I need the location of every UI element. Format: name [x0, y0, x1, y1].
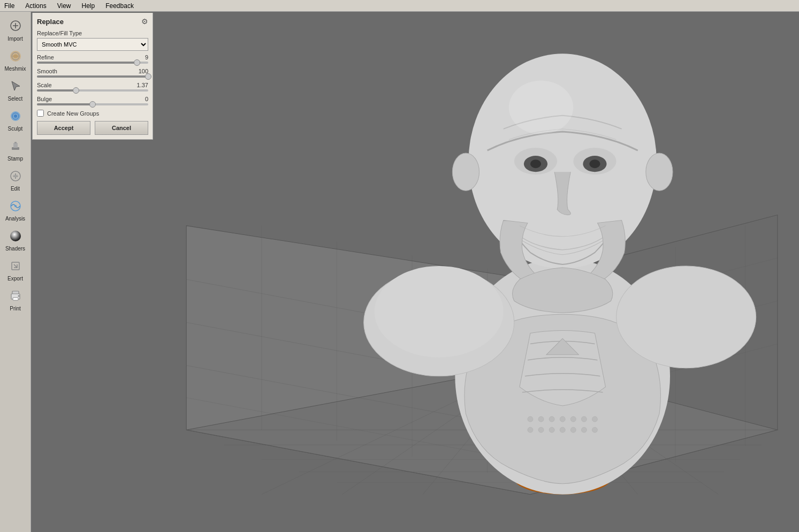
menu-help[interactable]: Help [80, 2, 97, 10]
button-row: Accept Cancel [37, 121, 148, 135]
create-groups-label[interactable]: Create New Groups [47, 110, 99, 117]
svg-point-58 [530, 159, 541, 168]
meshmix-label: Meshmix [4, 66, 26, 72]
select-label: Select [8, 96, 23, 102]
sculpt-icon [6, 107, 25, 125]
shaders-icon [6, 227, 25, 245]
svg-point-73 [538, 427, 544, 432]
svg-point-72 [528, 427, 533, 432]
svg-point-13 [14, 205, 17, 207]
meshmix-icon [6, 47, 25, 65]
accept-button[interactable]: Accept [37, 121, 90, 135]
tool-stamp[interactable]: Stamp [2, 135, 29, 164]
shaders-label: Shaders [5, 246, 25, 252]
svg-point-78 [592, 427, 597, 432]
edit-icon [6, 167, 25, 185]
svg-point-14 [10, 231, 21, 241]
create-groups-row: Create New Groups [37, 110, 148, 117]
refine-value: 9 [132, 54, 148, 60]
panel-area: Replace ⚙ Replace/Fill Type Smooth MVC F… [31, 12, 154, 532]
bulge-slider-container: Bulge 0 [37, 96, 148, 105]
tool-meshmix[interactable]: Meshmix [2, 45, 29, 74]
svg-point-79 [509, 81, 574, 134]
tool-import[interactable]: Import [2, 15, 29, 44]
bulge-fill [37, 103, 93, 105]
svg-point-67 [549, 416, 554, 422]
svg-point-69 [570, 416, 576, 422]
sculpt-label: Sculpt [8, 126, 23, 132]
svg-point-76 [570, 427, 576, 432]
import-icon [6, 17, 25, 35]
tool-print[interactable]: Print [2, 285, 29, 314]
menu-feedback[interactable]: Feedback [103, 2, 136, 10]
analysis-icon [6, 197, 25, 215]
left-toolbar: Import Meshmix Select [0, 12, 31, 532]
svg-point-63 [375, 266, 504, 358]
replace-panel: Replace ⚙ Replace/Fill Type Smooth MVC F… [32, 13, 153, 140]
svg-point-7 [14, 115, 17, 118]
scale-value: 1.37 [132, 82, 148, 88]
main-area: Import Meshmix Select [0, 12, 799, 532]
menu-view[interactable]: View [55, 2, 73, 10]
analysis-label: Analysis [5, 216, 25, 222]
menu-actions[interactable]: Actions [23, 2, 48, 10]
tool-export[interactable]: Export [2, 255, 29, 284]
print-icon [6, 287, 25, 305]
scale-label: Scale [37, 82, 64, 88]
svg-point-64 [617, 266, 756, 368]
panel-title: Replace [37, 18, 64, 26]
svg-point-70 [581, 416, 587, 422]
svg-point-59 [589, 159, 600, 168]
bulge-value: 0 [132, 96, 148, 102]
fill-type-dropdown[interactable]: Smooth MVC Flat Smooth Fast Smooth [37, 38, 148, 51]
bulge-track [37, 103, 148, 105]
gear-icon[interactable]: ⚙ [141, 17, 148, 26]
svg-point-75 [560, 427, 565, 432]
svg-rect-18 [13, 298, 18, 300]
scale-row: Scale 1.37 [37, 82, 148, 88]
smooth-label: Smooth [37, 68, 64, 74]
viewport-scene [154, 12, 799, 532]
svg-point-61 [646, 153, 673, 191]
import-label: Import [7, 36, 22, 42]
refine-label: Refine [37, 54, 64, 60]
tool-shaders[interactable]: Shaders [2, 225, 29, 254]
smooth-slider-container: Smooth 100 [37, 68, 148, 78]
svg-rect-9 [13, 143, 18, 148]
tool-sculpt[interactable]: Sculpt [2, 105, 29, 134]
cancel-button[interactable]: Cancel [95, 121, 148, 135]
tool-select[interactable]: Select [2, 75, 29, 104]
svg-point-65 [528, 416, 533, 422]
stamp-label: Stamp [7, 156, 23, 162]
menubar: File Actions View Help Feedback [0, 0, 799, 12]
scale-track [37, 89, 148, 92]
tool-edit[interactable]: Edit [2, 165, 29, 194]
refine-slider-container: Refine 9 [37, 54, 148, 64]
svg-point-66 [538, 416, 544, 422]
svg-point-71 [592, 416, 597, 422]
fill-type-label: Replace/Fill Type [37, 30, 148, 36]
menu-file[interactable]: File [2, 2, 17, 10]
bulge-label: Bulge [37, 96, 64, 102]
fill-type-row: Replace/Fill Type Smooth MVC Flat Smooth… [37, 30, 148, 51]
refine-fill [37, 62, 137, 64]
viewport[interactable] [154, 12, 799, 532]
refine-row: Refine 9 [37, 54, 148, 60]
select-icon [6, 77, 25, 95]
edit-label: Edit [11, 186, 20, 192]
smooth-fill [37, 75, 148, 78]
scale-fill [37, 89, 76, 92]
svg-point-68 [560, 416, 565, 422]
tool-analysis[interactable]: Analysis [2, 195, 29, 224]
svg-rect-10 [14, 142, 17, 143]
export-label: Export [7, 276, 23, 282]
print-label: Print [10, 306, 21, 311]
scale-thumb [73, 87, 79, 94]
svg-point-19 [18, 295, 19, 297]
smooth-row: Smooth 100 [37, 68, 148, 74]
bulge-thumb [89, 101, 96, 108]
create-groups-checkbox[interactable] [37, 110, 44, 117]
refine-track [37, 62, 148, 64]
svg-point-60 [452, 153, 479, 191]
stamp-icon [6, 137, 25, 155]
